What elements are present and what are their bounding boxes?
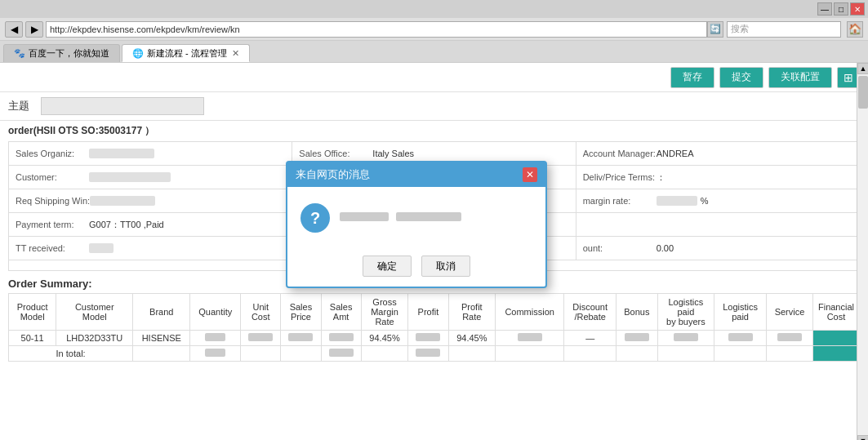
tab-flow[interactable]: 🌐 新建流程 - 流程管理 ✕ xyxy=(122,44,250,62)
modal-cancel-button[interactable]: 取消 xyxy=(421,256,470,277)
modal-overlay: 来自网页的消息 ✕ ? 确定 取消 xyxy=(0,63,868,440)
minimize-button[interactable]: — xyxy=(817,2,832,16)
modal-footer: 确定 取消 xyxy=(287,249,545,287)
modal-header: 来自网页的消息 ✕ xyxy=(287,162,545,187)
close-button[interactable]: ✕ xyxy=(850,2,865,16)
modal-question-icon: ? xyxy=(300,203,330,233)
address-bar[interactable]: http://ekpdev.hisense.com/ekpdev/km/revi… xyxy=(46,21,707,38)
browser-chrome: — □ ✕ ◀ ▶ http://ekpdev.hisense.com/ekpd… xyxy=(0,0,868,63)
modal-message xyxy=(340,212,532,224)
modal-body: ? xyxy=(287,187,545,249)
tab-baidu-label: 百度一下，你就知道 xyxy=(29,47,109,60)
title-bar: — □ ✕ xyxy=(0,0,868,18)
forward-button[interactable]: ▶ xyxy=(25,21,43,38)
modal-message-blur-2 xyxy=(396,212,461,221)
search-text: 搜索 xyxy=(731,23,749,35)
modal-confirm-button[interactable]: 确定 xyxy=(363,256,412,277)
tab-flow-label: 新建流程 - 流程管理 xyxy=(147,47,227,60)
modal-message-blur-1 xyxy=(340,212,389,221)
back-button[interactable]: ◀ xyxy=(5,21,23,38)
refresh-button[interactable]: 🔄 xyxy=(707,21,723,38)
tab-flow-icon: 🌐 xyxy=(132,48,144,59)
home-button[interactable]: 🏠 xyxy=(847,21,863,38)
search-bar[interactable]: 搜索 xyxy=(727,21,841,38)
modal-title: 来自网页的消息 xyxy=(296,167,370,182)
nav-bar: ◀ ▶ http://ekpdev.hisense.com/ekpdev/km/… xyxy=(0,18,868,41)
address-text: http://ekpdev.hisense.com/ekpdev/km/revi… xyxy=(50,24,240,34)
modal-dialog: 来自网页的消息 ✕ ? 确定 取消 xyxy=(286,161,547,288)
tabs-bar: 🐾 百度一下，你就知道 🌐 新建流程 - 流程管理 ✕ xyxy=(0,41,868,62)
tab-flow-close[interactable]: ✕ xyxy=(232,48,239,59)
maximize-button[interactable]: □ xyxy=(834,2,848,16)
tab-baidu-icon: 🐾 xyxy=(14,48,25,59)
tab-baidu[interactable]: 🐾 百度一下，你就知道 xyxy=(3,44,120,62)
modal-close-button[interactable]: ✕ xyxy=(523,167,537,182)
page-content: 暂存 提交 关联配置 ⊞ 主题 order(HSII OTS SO:350031… xyxy=(0,63,868,440)
